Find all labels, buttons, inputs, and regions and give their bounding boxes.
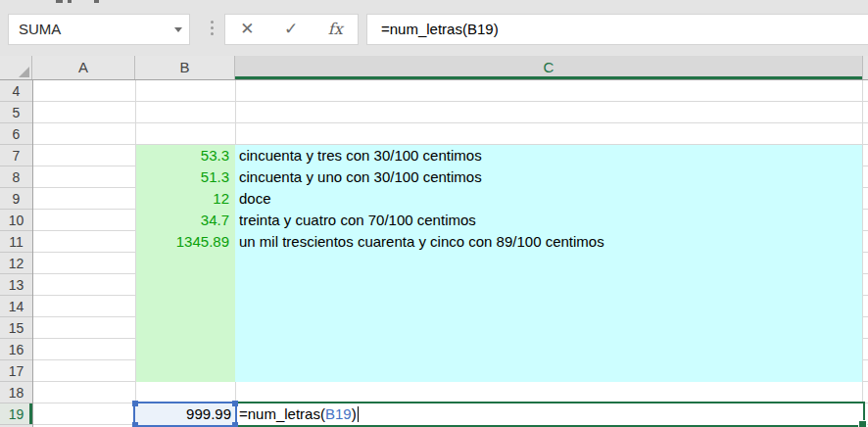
row-header-11[interactable]: 11	[0, 231, 32, 253]
cell-b19-referenced[interactable]: 999.99	[133, 402, 237, 427]
formula-bar-buttons: ✕ ✓ fx	[224, 14, 359, 45]
sheet-grid: 4 5 6 7 8 9 10 11 12 13 14 15 16 17 18 1…	[0, 80, 868, 427]
column-header-d-sliver[interactable]	[863, 56, 868, 79]
row-header-10[interactable]: 10	[0, 210, 32, 231]
row-header-16[interactable]: 16	[0, 339, 32, 360]
enter-icon[interactable]: ✓	[284, 15, 298, 44]
select-all-icon	[19, 67, 29, 77]
cell-b11[interactable]: 1345.89	[135, 231, 234, 253]
sheet-row-11: 1345.89 un mil trescientos cuarenta y ci…	[32, 231, 868, 253]
ribbon-remnant	[94, 0, 99, 3]
row-header-4[interactable]: 4	[0, 80, 32, 102]
column-headers: A B C	[0, 56, 868, 80]
cell-b19-value: 999.99	[186, 403, 231, 425]
row-header-15[interactable]: 15	[0, 317, 32, 339]
cancel-icon[interactable]: ✕	[240, 15, 254, 44]
select-all-button[interactable]	[0, 56, 32, 79]
formula-text: =num_letras(	[239, 405, 325, 422]
sheet-row-8: 51.3 cincuenta y uno con 30/100 centimos	[32, 166, 868, 188]
formula-reference: B19	[325, 405, 352, 422]
formula-text: )	[352, 405, 357, 422]
sheet-row-9: 12 doce	[32, 188, 868, 210]
row-header-7[interactable]: 7	[0, 145, 32, 166]
name-box-value: SUMA	[19, 15, 61, 44]
cell-b9[interactable]: 12	[135, 188, 234, 210]
cell-b10[interactable]: 34.7	[135, 210, 234, 231]
column-header-a[interactable]: A	[32, 56, 135, 79]
cell-b7[interactable]: 53.3	[135, 145, 234, 166]
sheet-row-7: 53.3 cincuenta y tres con 30/100 centimo…	[32, 145, 868, 166]
row-header-5[interactable]: 5	[0, 102, 32, 123]
fill-handle[interactable]	[858, 420, 867, 427]
row-headers: 4 5 6 7 8 9 10 11 12 13 14 15 16 17 18 1…	[0, 80, 33, 427]
ribbon-remnant	[68, 0, 72, 3]
column-header-c-selected[interactable]: C	[235, 56, 863, 79]
name-box[interactable]: SUMA	[8, 14, 190, 45]
cell-c11[interactable]: un mil trescientos cuarenta y cinco con …	[239, 231, 862, 253]
row-header-17[interactable]: 17	[0, 360, 32, 382]
cell-c7[interactable]: cincuenta y tres con 30/100 centimos	[239, 145, 862, 166]
row-header-6[interactable]: 6	[0, 123, 32, 145]
row-header-14[interactable]: 14	[0, 296, 32, 317]
cell-c19-active-editing[interactable]: =num_letras(B19)	[233, 402, 865, 427]
ribbon-remnant	[56, 0, 63, 3]
name-box-dropdown-icon[interactable]	[174, 27, 182, 32]
reference-handle[interactable]	[132, 401, 138, 406]
gridline-vertical	[862, 80, 863, 427]
reference-handle[interactable]	[132, 422, 138, 427]
in-cell-formula: =num_letras(B19)	[239, 403, 359, 425]
row-header-8[interactable]: 8	[0, 166, 32, 188]
row-header-12[interactable]: 12	[0, 253, 32, 274]
reference-handle[interactable]	[232, 422, 238, 427]
cell-c8[interactable]: cincuenta y uno con 30/100 centimos	[239, 166, 862, 188]
text-cursor	[358, 406, 360, 422]
formula-bar-text: =num_letras(B19)	[381, 15, 499, 44]
formula-bar-separator	[211, 21, 215, 38]
excel-window: SUMA ✕ ✓ fx =num_letras(B19) A B C 4 5 6…	[0, 0, 868, 427]
column-header-b[interactable]: B	[135, 56, 235, 79]
row-header-18[interactable]: 18	[0, 382, 32, 403]
cell-c9[interactable]: doce	[239, 188, 862, 210]
row-header-9[interactable]: 9	[0, 188, 32, 210]
formula-bar-row: SUMA ✕ ✓ fx =num_letras(B19)	[0, 0, 868, 56]
row-header-19-selected[interactable]: 19	[0, 403, 32, 425]
reference-handle[interactable]	[232, 401, 238, 406]
insert-function-icon[interactable]: fx	[328, 15, 343, 44]
cell-c10[interactable]: treinta y cuatro con 70/100 centimos	[239, 210, 862, 231]
sheet-row-10: 34.7 treinta y cuatro con 70/100 centimo…	[32, 210, 868, 231]
row-header-13[interactable]: 13	[0, 274, 32, 296]
cell-b8[interactable]: 51.3	[135, 166, 234, 188]
formula-bar-input[interactable]: =num_letras(B19)	[366, 14, 868, 45]
